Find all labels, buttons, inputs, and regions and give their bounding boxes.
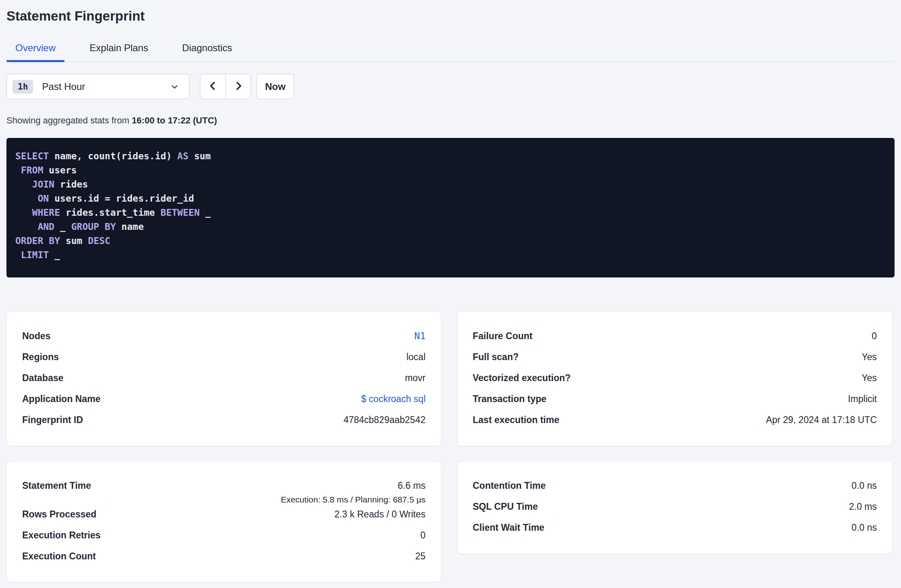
time-stats-card: Contention Time0.0 nsSQL CPU Time2.0 msC… [457,461,893,554]
row-label: SQL CPU Time [473,501,538,512]
time-range-label: Past Hour [42,81,85,92]
sql-statement-box: SELECT name, count(rides.id) AS sum FROM… [6,138,895,277]
chevron-down-icon [170,82,179,92]
card-row-failure-count: Failure Count0 [473,326,877,347]
statement-stats-card: Statement Time6.6 msExecution: 5.8 ms / … [6,461,441,582]
page-title: Statement Fingerprint [6,8,895,24]
tab-diagnostics[interactable]: Diagnostics [173,36,241,61]
card-row-last-execution-time: Last execution timeApr 29, 2024 at 17:18… [473,410,877,431]
tab-bar: OverviewExplain PlansDiagnostics [6,36,895,62]
card-row-statement-time: Statement Time6.6 msExecution: 5.8 ms / … [22,476,425,505]
statement-fingerprint-page: Statement Fingerprint OverviewExplain Pl… [0,8,901,582]
sql-line-7: ORDER BY sum DESC [15,234,882,248]
sql-line-6: AND _ GROUP BY name [15,220,882,234]
tab-explain-plans[interactable]: Explain Plans [81,36,157,61]
card-row-execution-count: Execution Count25 [22,546,425,567]
card-row-client-wait-time: Client Wait Time0.0 ns [473,518,877,539]
row-label: Application Name [22,394,100,405]
aggregated-stats-note-range: 16:00 to 17:22 (UTC) [132,115,217,125]
row-value: Yes [861,373,877,383]
sql-line-4: ON users.id = rides.rider_id [15,192,882,206]
row-value: Yes [861,352,877,362]
card-row-contention-time: Contention Time0.0 ns [473,476,877,497]
details-cards-row: NodesN1RegionslocalDatabasemovrApplicati… [6,311,895,446]
row-label: Execution Count [22,551,96,562]
row-label: Last execution time [473,415,559,425]
card-row-rows-processed: Rows Processed2.3 k Reads / 0 Writes [22,505,425,525]
card-row-execution-retries: Execution Retries0 [22,525,425,546]
previous-range-button[interactable] [200,74,225,99]
card-row-database: Databasemovr [22,368,425,389]
row-value: 4784cb829aab2542 [344,415,425,425]
row-value: 0 [420,530,425,540]
row-value: Implicit [848,394,877,404]
row-label: Statement Time [22,480,91,491]
sql-line-3: JOIN rides [15,177,882,192]
card-row-vectorized-execution: Vectorized execution?Yes [473,368,877,389]
row-label: Fingerprint ID [22,415,83,425]
row-value[interactable]: N1 [414,331,425,341]
row-subvalue: Execution: 5.8 ms / Planning: 687.5 µs [281,495,425,505]
time-nav-group [200,74,251,99]
card-row-nodes: NodesN1 [22,326,425,347]
card-row-regions: Regionslocal [22,347,425,368]
aggregated-stats-note-prefix: Showing aggregated stats from [6,115,132,125]
sql-line-5: WHERE rides.start_time BETWEEN _ [15,206,882,220]
row-label: Client Wait Time [473,522,544,533]
row-value[interactable]: $ cockroach sql [361,394,425,404]
row-value: 2.0 ms [849,501,877,512]
row-value: 0 [872,331,877,341]
aggregated-stats-note: Showing aggregated stats from 16:00 to 1… [6,115,895,126]
card-row-fingerprint-id: Fingerprint ID4784cb829aab2542 [22,410,425,431]
statement-details-card: NodesN1RegionslocalDatabasemovrApplicati… [6,311,441,446]
row-value: movr [405,373,425,383]
row-value: 6.6 ms [398,480,425,491]
chevron-right-icon [233,80,244,93]
row-label: Vectorized execution? [473,373,571,384]
sql-line-1: SELECT name, count(rides.id) AS sum [15,149,882,163]
stats-cards-row: Statement Time6.6 msExecution: 5.8 ms / … [6,461,895,582]
execution-attributes-card: Failure Count0Full scan?YesVectorized ex… [457,311,893,446]
row-label: Rows Processed [22,509,96,520]
row-value: 0.0 ns [851,480,877,491]
row-value: Apr 29, 2024 at 17:18 UTC [766,415,877,425]
row-value: 0.0 ns [851,522,877,533]
row-label: Full scan? [473,352,519,363]
row-label: Execution Retries [22,530,100,541]
card-row-sql-cpu-time: SQL CPU Time2.0 ms [473,497,877,518]
row-label: Regions [22,352,59,363]
card-row-transaction-type: Transaction typeImplicit [473,389,877,410]
card-row-full-scan: Full scan?Yes [473,347,877,368]
row-value: 2.3 k Reads / 0 Writes [334,509,425,519]
time-controls: 1h Past Hour Now [6,74,895,99]
time-range-badge: 1h [13,80,33,94]
next-range-button[interactable] [225,74,250,99]
time-range-select[interactable]: 1h Past Hour [6,74,190,99]
row-value: 25 [415,551,425,561]
row-label: Nodes [22,331,50,342]
sql-line-2: FROM users [15,163,882,177]
card-row-application-name: Application Name$ cockroach sql [22,389,425,410]
sql-line-8: LIMIT _ [15,248,882,262]
row-label: Contention Time [473,480,546,491]
now-button[interactable]: Now [257,74,294,99]
tab-overview[interactable]: Overview [6,36,65,61]
row-label: Database [22,373,63,384]
row-label: Transaction type [473,394,546,405]
chevron-left-icon [207,80,219,93]
row-value: local [407,352,425,362]
row-label: Failure Count [473,331,532,342]
